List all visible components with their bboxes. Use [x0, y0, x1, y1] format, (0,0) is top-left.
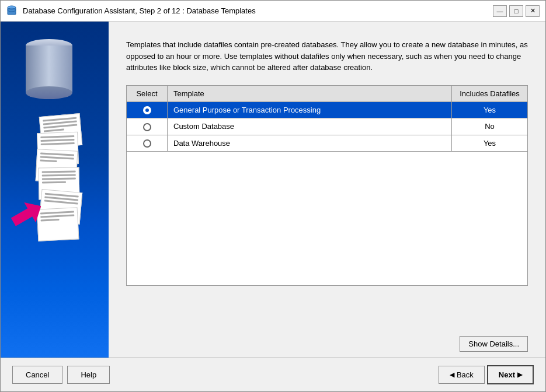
next-arrow-icon: ▶ [517, 371, 522, 379]
back-arrow-icon: ◀ [450, 371, 454, 379]
table-area: Select Template Includes Datafiles Gener… [109, 85, 545, 331]
radio-button-selected[interactable] [143, 106, 151, 114]
content-area: Templates that include datafiles contain… [1, 22, 545, 358]
empty-table-area [127, 152, 528, 286]
radio-button[interactable] [143, 123, 151, 131]
table-row[interactable]: Data Warehouse Yes [127, 135, 528, 152]
back-label: Back [457, 370, 474, 379]
description-area: Templates that include datafiles contain… [109, 22, 545, 85]
bottom-right-buttons: ◀ Back Next ▶ [439, 365, 534, 384]
maximize-button[interactable]: □ [509, 5, 523, 17]
main-content: Templates that include datafiles contain… [109, 22, 545, 358]
includes-datafiles: Yes [452, 102, 528, 118]
show-details-button[interactable]: Show Details... [460, 336, 528, 352]
minimize-button[interactable]: — [493, 5, 507, 17]
radio-cell[interactable] [127, 102, 168, 118]
side-panel [1, 22, 109, 358]
col-header-select: Select [127, 85, 168, 102]
col-header-template: Template [168, 85, 452, 102]
includes-datafiles: Yes [452, 135, 528, 152]
template-name: Data Warehouse [168, 135, 452, 152]
bottom-left-buttons: Cancel Help [12, 366, 110, 384]
cancel-button[interactable]: Cancel [12, 366, 62, 384]
table-row[interactable]: General Purpose or Transaction Processin… [127, 102, 528, 118]
title-bar: Database Configuration Assistant, Step 2… [1, 1, 545, 22]
radio-cell[interactable] [127, 135, 168, 152]
template-name: General Purpose or Transaction Processin… [168, 102, 452, 118]
template-name: Custom Database [168, 118, 452, 135]
title-bar-controls: — □ ✕ [493, 5, 540, 17]
col-header-includes: Includes Datafiles [452, 85, 528, 102]
radio-button[interactable] [143, 139, 151, 148]
includes-datafiles: No [452, 118, 528, 135]
document-icon [36, 207, 79, 242]
show-details-area: Show Details... [109, 330, 545, 358]
back-button[interactable]: ◀ Back [439, 366, 485, 384]
templates-table: Select Template Includes Datafiles Gener… [126, 85, 528, 286]
window-title: Database Configuration Assistant, Step 2… [23, 6, 488, 15]
main-window: Database Configuration Assistant, Step 2… [0, 0, 546, 392]
radio-cell[interactable] [127, 118, 168, 135]
bottom-bar: Cancel Help ◀ Back Next ▶ [1, 358, 545, 391]
close-button[interactable]: ✕ [526, 5, 540, 17]
table-row[interactable]: Custom Database No [127, 118, 528, 135]
app-icon [6, 5, 18, 17]
database-cylinder-icon [26, 39, 72, 97]
side-illustration [8, 33, 102, 325]
description-text: Templates that include datafiles contain… [126, 39, 528, 74]
next-button[interactable]: Next ▶ [487, 365, 534, 384]
next-label: Next [499, 370, 515, 379]
help-button[interactable]: Help [67, 366, 110, 384]
